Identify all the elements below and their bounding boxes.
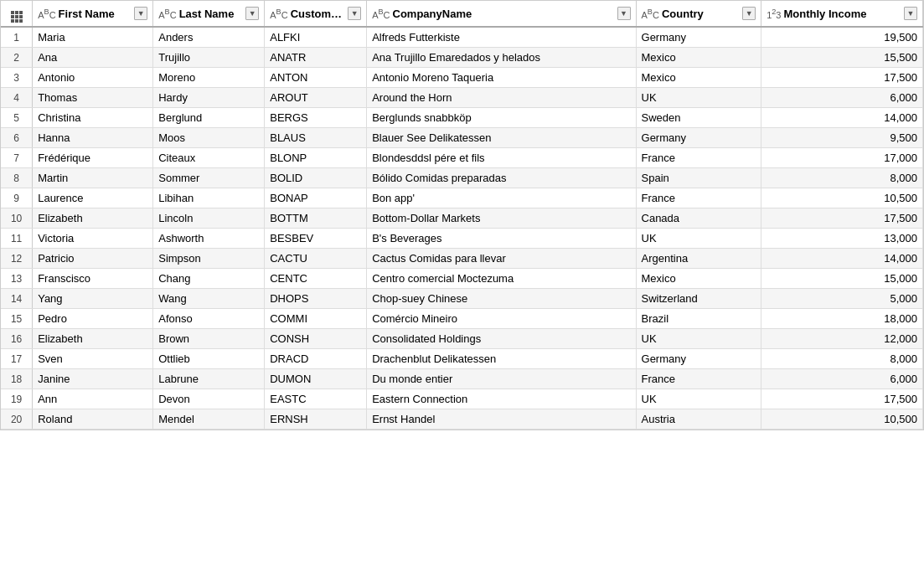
cell-monthly-income: 10,500	[761, 409, 923, 430]
table-row[interactable]: 17SvenOttliebDRACDDrachenblut Delikatess…	[1, 349, 923, 369]
filter-button-income[interactable]: ▼	[904, 7, 917, 20]
cell-first-name: Pedro	[33, 309, 153, 329]
col-label-country: Country	[662, 8, 740, 20]
cell-idx: 14	[1, 289, 33, 309]
cell-first-name: Elizabeth	[33, 329, 153, 349]
table-row[interactable]: 11VictoriaAshworthBESBEVB's BeveragesUK1…	[1, 229, 923, 249]
cell-customer-id: BLONP	[265, 148, 367, 168]
col-label-cid: CustomerID	[291, 8, 346, 20]
cell-country: Switzerland	[636, 289, 761, 309]
table-header: ABCFirst Name▼ABCLast Name▼ABCCustomerID…	[1, 1, 923, 27]
table-row[interactable]: 10ElizabethLincolnBOTTMBottom-Dollar Mar…	[1, 208, 923, 229]
cell-country: France	[636, 369, 761, 389]
cell-first-name: Hanna	[33, 128, 153, 148]
cell-company-name: Blauer See Delikatessen	[367, 128, 636, 148]
cell-customer-id: BOLID	[265, 168, 367, 188]
cell-customer-id: BERGS	[265, 108, 367, 128]
table-row[interactable]: 2AnaTrujilloANATRAna Trujillo Emaredados…	[1, 48, 923, 68]
cell-company-name: Cactus Comidas para llevar	[367, 249, 636, 269]
table-row[interactable]: 5ChristinaBerglundBERGSBerglunds snabbkö…	[1, 108, 923, 128]
cell-company-name: Berglunds snabbköp	[367, 108, 636, 128]
cell-last-name: Ashworth	[153, 229, 265, 249]
table-row[interactable]: 20RolandMendelERNSHErnst HandelAustria10…	[1, 409, 923, 430]
table-row[interactable]: 9LaurenceLibihanBONAPBon app'France10,50…	[1, 188, 923, 208]
cell-customer-id: COMMI	[265, 309, 367, 329]
cell-customer-id: DHOPS	[265, 289, 367, 309]
cell-idx: 8	[1, 168, 33, 188]
data-table: ABCFirst Name▼ABCLast Name▼ABCCustomerID…	[0, 0, 924, 430]
cell-country: Mexico	[636, 269, 761, 289]
cell-company-name: Du monde entier	[367, 369, 636, 389]
filter-button-last[interactable]: ▼	[245, 7, 259, 20]
cell-monthly-income: 12,000	[761, 329, 923, 349]
table-row[interactable]: 15PedroAfonsoCOMMIComércio MineiroBrazil…	[1, 309, 923, 329]
cell-last-name: Hardy	[153, 88, 265, 108]
table-row[interactable]: 18JanineLabruneDUMONDu monde entierFranc…	[1, 369, 923, 389]
cell-customer-id: CACTU	[265, 249, 367, 269]
cell-country: Mexico	[636, 48, 761, 68]
cell-last-name: Trujillo	[153, 48, 265, 68]
header-cell-idx	[1, 1, 33, 27]
table-row[interactable]: 7FrédériqueCiteauxBLONPBlondesddsl pére …	[1, 148, 923, 168]
cell-company-name: Ernst Handel	[367, 409, 636, 430]
table-row[interactable]: 14YangWangDHOPSChop-suey ChineseSwitzerl…	[1, 289, 923, 309]
cell-first-name: Martin	[33, 168, 153, 188]
type-icon-text: ABC	[372, 8, 390, 20]
cell-last-name: Moos	[153, 128, 265, 148]
header-cell-last: ABCLast Name▼	[153, 1, 265, 27]
cell-last-name: Anders	[153, 27, 265, 48]
cell-first-name: Maria	[33, 27, 153, 48]
cell-customer-id: ANTON	[265, 68, 367, 88]
cell-company-name: Chop-suey Chinese	[367, 289, 636, 309]
table-row[interactable]: 6HannaMoosBLAUSBlauer See DelikatessenGe…	[1, 128, 923, 148]
cell-idx: 12	[1, 249, 33, 269]
cell-idx: 5	[1, 108, 33, 128]
cell-first-name: Patricio	[33, 249, 153, 269]
type-icon-text: ABC	[158, 8, 176, 20]
cell-customer-id: CONSH	[265, 329, 367, 349]
table-row[interactable]: 3AntonioMorenoANTONAntonio Moreno Taquer…	[1, 68, 923, 88]
table-row[interactable]: 19AnnDevonEASTCEastern ConnectionUK17,50…	[1, 389, 923, 409]
cell-idx: 20	[1, 409, 33, 430]
filter-button-cid[interactable]: ▼	[348, 7, 361, 20]
table-row[interactable]: 1MariaAndersALFKIAlfreds FutterkisteGerm…	[1, 27, 923, 48]
cell-idx: 19	[1, 389, 33, 409]
table-row[interactable]: 16ElizabethBrownCONSHConsolidated Holdin…	[1, 329, 923, 349]
cell-company-name: Bottom-Dollar Markets	[367, 208, 636, 229]
cell-monthly-income: 13,000	[761, 229, 923, 249]
cell-last-name: Afonso	[153, 309, 265, 329]
filter-button-country[interactable]: ▼	[742, 7, 756, 20]
cell-first-name: Elizabeth	[33, 208, 153, 229]
col-label-first: First Name	[59, 8, 132, 20]
cell-monthly-income: 19,500	[761, 27, 923, 48]
cell-first-name: Franscisco	[33, 269, 153, 289]
cell-country: UK	[636, 329, 761, 349]
table-row[interactable]: 13FransciscoChangCENTCCentro comercial M…	[1, 269, 923, 289]
cell-first-name: Antonio	[33, 68, 153, 88]
cell-first-name: Ana	[33, 48, 153, 68]
cell-idx: 1	[1, 27, 33, 48]
cell-monthly-income: 14,000	[761, 249, 923, 269]
cell-customer-id: CENTC	[265, 269, 367, 289]
table-row[interactable]: 12PatricioSimpsonCACTUCactus Comidas par…	[1, 249, 923, 269]
cell-company-name: Ana Trujillo Emaredados y helados	[367, 48, 636, 68]
cell-idx: 6	[1, 128, 33, 148]
cell-customer-id: BLAUS	[265, 128, 367, 148]
table-row[interactable]: 8MartinSommerBOLIDBólido Comidas prepara…	[1, 168, 923, 188]
cell-monthly-income: 6,000	[761, 88, 923, 108]
cell-idx: 9	[1, 188, 33, 208]
cell-first-name: Laurence	[33, 188, 153, 208]
cell-customer-id: EASTC	[265, 389, 367, 409]
cell-country: Canada	[636, 208, 761, 229]
cell-customer-id: DUMON	[265, 369, 367, 389]
table-row[interactable]: 4ThomasHardyAROUTAround the HornUK6,000	[1, 88, 923, 108]
cell-idx: 2	[1, 48, 33, 68]
cell-company-name: Consolidated Holdings	[367, 329, 636, 349]
filter-button-first[interactable]: ▼	[134, 7, 147, 20]
cell-company-name: Bon app'	[367, 188, 636, 208]
cell-last-name: Devon	[153, 389, 265, 409]
filter-button-company[interactable]: ▼	[617, 7, 631, 20]
cell-customer-id: BESBEV	[265, 229, 367, 249]
cell-monthly-income: 8,000	[761, 349, 923, 369]
cell-company-name: Blondesddsl pére et fils	[367, 148, 636, 168]
